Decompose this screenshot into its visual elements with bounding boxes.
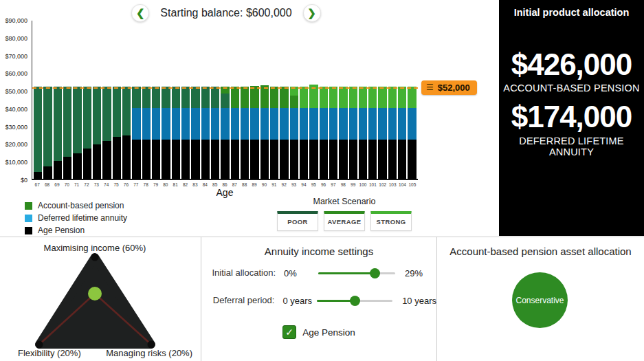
triangle-vertex-top <box>91 254 99 261</box>
allocation-panel-title: Initial product allocation <box>499 7 644 18</box>
bar-segment-black <box>339 140 347 179</box>
scenario-average-button[interactable]: AVERAGE <box>324 211 365 231</box>
x-tick-label: 93 <box>289 182 298 187</box>
risk-profile-circle[interactable]: Conservative <box>512 272 568 328</box>
age-pension-checkbox[interactable]: ✓ <box>282 325 296 339</box>
annuity-label: DEFERRED LIFETIME ANNUITY <box>499 135 644 157</box>
bar-segment-black <box>211 140 219 179</box>
bar-segment-blue <box>359 108 367 140</box>
bar-segment-light <box>408 87 416 108</box>
bar-segment-light <box>339 87 347 108</box>
check-icon: ✓ <box>285 327 293 338</box>
bar-age-98 <box>339 87 347 179</box>
bar-segment-dark <box>122 87 131 135</box>
bar-segment-black <box>93 144 101 179</box>
x-tick-label: 92 <box>280 182 288 187</box>
bar-segment-black <box>181 140 190 179</box>
x-tick-label: 87 <box>230 182 238 187</box>
x-tick-label: 105 <box>408 182 417 187</box>
bar-segment-black <box>73 153 81 179</box>
bar-segment-black <box>54 161 62 179</box>
x-tick-label: 67 <box>33 182 41 187</box>
x-tick-label: 94 <box>300 182 308 187</box>
bar-segment-black <box>309 140 318 179</box>
bar-age-86 <box>221 87 229 179</box>
slider-fill <box>317 300 355 302</box>
market-scenario-group: Market Scenario POOR AVERAGE STRONG <box>277 197 412 231</box>
initial-allocation-min: 0% <box>276 268 318 278</box>
bar-segment-dark <box>142 87 151 108</box>
slider-handle[interactable] <box>370 268 380 278</box>
previous-balance-button[interactable]: ❮ <box>131 4 149 22</box>
priority-weight-dot[interactable] <box>88 287 102 300</box>
y-tick-label: $20,000 <box>5 141 27 148</box>
bar-segment-blue <box>270 108 278 140</box>
bar-segment-black <box>231 140 239 179</box>
bar-segment-black <box>63 157 71 179</box>
bar-segment-light <box>368 87 377 108</box>
deferral-period-slider[interactable] <box>317 296 392 305</box>
bar-segment-blue <box>201 108 210 140</box>
x-tick-label: 104 <box>398 182 406 187</box>
bar-segment-blue <box>250 108 258 140</box>
bar-segment-blue <box>320 108 328 140</box>
bar-segment-black <box>43 166 52 179</box>
triangle-vertex-right <box>148 341 155 349</box>
bar-segment-black <box>270 140 278 179</box>
bar-age-77 <box>132 87 140 179</box>
bar-segment-blue <box>191 108 199 140</box>
bar-segment-dark <box>152 87 160 108</box>
starting-balance-title: Starting balance: $600,000 <box>160 7 291 19</box>
bar-segment-black <box>152 140 160 179</box>
bar-segment-dark <box>162 87 170 108</box>
bar-segment-blue <box>181 108 190 140</box>
age-pension-checkbox-row[interactable]: ✓ Age Pension <box>201 325 436 339</box>
scenario-poor-button[interactable]: POOR <box>277 211 318 231</box>
bar-segment-dark <box>211 87 219 108</box>
legend-label: Account-based pension <box>38 201 124 210</box>
income-target-value: $52,000 <box>438 83 470 93</box>
x-tick-label: 74 <box>102 182 111 187</box>
bar-segment-black <box>408 140 416 179</box>
priority-bottom-left-label: Flexibility (20%) <box>18 348 81 358</box>
bar-segment-black <box>320 140 328 179</box>
x-tick-label: 96 <box>319 182 327 187</box>
bar-segment-light <box>378 87 386 108</box>
scenario-strong-button[interactable]: STRONG <box>370 211 412 231</box>
abp-amount: $426,000 <box>499 48 644 81</box>
bar-segment-black <box>329 140 337 179</box>
x-tick-label: 86 <box>221 182 229 187</box>
bar-segment-black <box>241 140 249 179</box>
bar-age-96 <box>320 87 328 179</box>
priority-top-label: Maximising income (60%) <box>0 243 190 253</box>
bar-segment-light <box>290 87 298 96</box>
initial-product-allocation-panel: Initial product allocation $426,000 ACCO… <box>499 0 644 236</box>
bar-age-101 <box>368 87 377 179</box>
bar-age-87 <box>231 87 239 179</box>
bar-segment-black <box>388 140 397 179</box>
chart-legend: Account-based pension Deferred lifetime … <box>25 201 127 235</box>
bar-age-69 <box>54 87 62 179</box>
next-balance-button[interactable]: ❯ <box>303 4 321 22</box>
y-tick-label: $70,000 <box>5 53 27 60</box>
bar-segment-blue <box>398 108 406 140</box>
market-scenario-buttons: POOR AVERAGE STRONG <box>277 211 412 231</box>
risk-profile-label: Conservative <box>515 296 564 305</box>
legend-swatch-black <box>25 227 32 234</box>
bar-segment-dark <box>73 87 81 153</box>
x-tick-label: 78 <box>142 182 150 187</box>
legend-swatch-blue <box>25 215 32 222</box>
bar-segment-blue <box>241 108 249 140</box>
bar-segment-blue <box>142 108 151 140</box>
asset-allocation-panel: Account-based pension asset allocation C… <box>437 237 644 361</box>
x-tick-label: 82 <box>181 182 189 187</box>
bar-age-89 <box>250 86 258 179</box>
bar-segment-dark <box>43 87 52 166</box>
bar-segment-blue <box>162 108 170 140</box>
bar-segment-black <box>398 140 406 179</box>
income-target-tag[interactable]: ☰ $52,000 <box>421 80 477 95</box>
initial-allocation-slider[interactable] <box>318 268 395 278</box>
bar-segment-dark <box>172 87 180 108</box>
bar-segment-dark <box>181 87 190 108</box>
slider-handle[interactable] <box>350 296 360 306</box>
